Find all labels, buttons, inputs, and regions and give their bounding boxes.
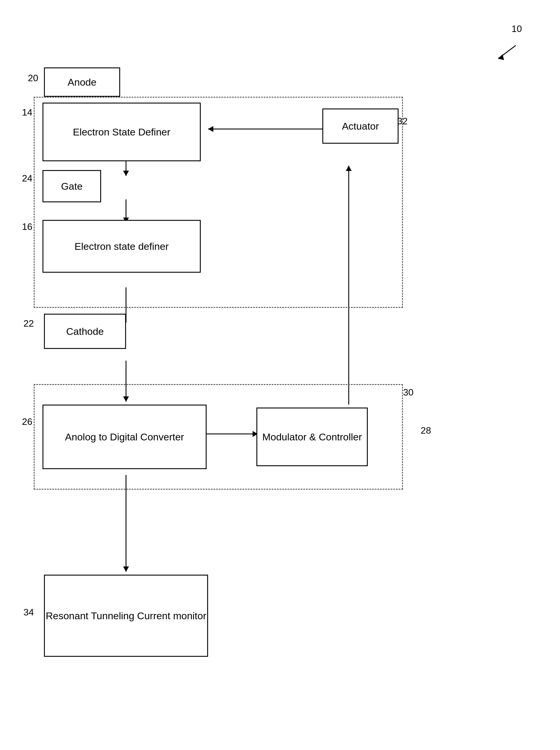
gate-box: Gate [42, 170, 101, 202]
ref-22-label: 22 [23, 318, 34, 329]
electron-state-definer-top-box: Electron State Definer [42, 103, 201, 161]
gate-label: Gate [61, 181, 83, 192]
adc-box: Anolog to Digital Converter [42, 404, 207, 469]
actuator-box: Actuator [322, 108, 398, 144]
modulator-box: Modulator & Controller [256, 408, 368, 466]
ref-10: 10 [511, 23, 522, 34]
ref-28-label: 28 [420, 425, 431, 436]
svg-line-0 [498, 45, 516, 59]
rtc-monitor-box: Resonant Tunneling Current monitor [44, 575, 208, 657]
adc-label: Anolog to Digital Converter [65, 431, 184, 443]
esd-top-label: Electron State Definer [73, 126, 170, 138]
cathode-label: Cathode [66, 326, 104, 337]
ref-32-label: 32 [397, 116, 408, 127]
diagram-container: 10 2 [0, 0, 560, 750]
electron-state-definer-bottom-box: Electron state definer [42, 220, 201, 273]
actuator-label: Actuator [342, 120, 379, 132]
svg-marker-16 [123, 567, 129, 572]
modulator-label: Modulator & Controller [262, 431, 362, 443]
ref-14-label: 14 [22, 107, 33, 118]
esd-bottom-label: Electron state definer [75, 241, 168, 252]
ref-24-label: 24 [22, 173, 33, 184]
ref-26-label: 26 [22, 416, 33, 427]
ref-30-label: 30 [403, 387, 414, 398]
cathode-box: Cathode [44, 314, 126, 349]
anode-label: Anode [68, 77, 97, 88]
rtc-monitor-label: Resonant Tunneling Current monitor [46, 610, 206, 621]
svg-marker-1 [498, 54, 504, 60]
anode-box: Anode [44, 67, 120, 97]
ref-16-label: 16 [22, 221, 33, 232]
ref-20-label: 20 [28, 73, 38, 83]
ref-34-label: 34 [23, 607, 34, 618]
